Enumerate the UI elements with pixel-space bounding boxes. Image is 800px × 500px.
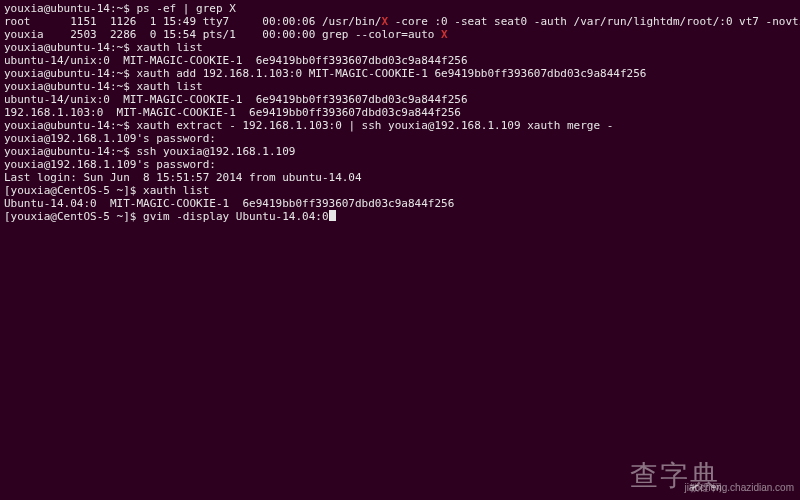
shell-prompt: youxia@ubuntu-14:~$ [4, 67, 136, 80]
terminal-command-line: youxia@ubuntu-14:~$ xauth extract - 192.… [4, 119, 796, 132]
shell-command: xauth list [136, 41, 202, 54]
terminal-command-line: [youxia@CentOS-5 ~]$ gvim -display Ubunt… [4, 210, 796, 223]
shell-command: ps -ef | grep X [136, 2, 235, 15]
terminal-output-line: Last login: Sun Jun 8 15:51:57 2014 from… [4, 171, 796, 184]
shell-command: ssh youxia@192.168.1.109 [136, 145, 295, 158]
terminal-output-line: ubuntu-14/unix:0 MIT-MAGIC-COOKIE-1 6e94… [4, 54, 796, 67]
terminal-command-line: youxia@ubuntu-14:~$ ps -ef | grep X [4, 2, 796, 15]
shell-prompt: youxia@ubuntu-14:~$ [4, 41, 136, 54]
terminal-output-line: youxia@192.168.1.109's password: [4, 158, 796, 171]
terminal-output-line: root 1151 1126 1 15:49 tty7 00:00:06 /us… [4, 15, 796, 28]
grep-highlight: X [441, 28, 448, 41]
shell-prompt: youxia@ubuntu-14:~$ [4, 2, 136, 15]
shell-command: xauth add 192.168.1.103:0 MIT-MAGIC-COOK… [136, 67, 646, 80]
terminal-command-line: youxia@ubuntu-14:~$ xauth add 192.168.1.… [4, 67, 796, 80]
terminal-output-line: Ubuntu-14.04:0 MIT-MAGIC-COOKIE-1 6e9419… [4, 197, 796, 210]
terminal-command-line: youxia@ubuntu-14:~$ ssh youxia@192.168.1… [4, 145, 796, 158]
watermark-url: jiaocheng.chazidian.com [684, 481, 794, 494]
terminal-output-line: ubuntu-14/unix:0 MIT-MAGIC-COOKIE-1 6e94… [4, 93, 796, 106]
shell-command: xauth extract - 192.168.1.103:0 | ssh yo… [136, 119, 613, 132]
cursor-icon [329, 210, 336, 221]
shell-prompt: youxia@ubuntu-14:~$ [4, 119, 136, 132]
terminal-output-line: 192.168.1.103:0 MIT-MAGIC-COOKIE-1 6e941… [4, 106, 796, 119]
shell-prompt: youxia@ubuntu-14:~$ [4, 145, 136, 158]
shell-prompt: [youxia@CentOS-5 ~]$ [4, 210, 143, 223]
shell-command: gvim -display Ubuntu-14.04:0 [143, 210, 328, 223]
terminal-output-line: youxia 2503 2286 0 15:54 pts/1 00:00:00 … [4, 28, 796, 41]
shell-command: xauth list [143, 184, 209, 197]
terminal-command-line: youxia@ubuntu-14:~$ xauth list [4, 80, 796, 93]
shell-prompt: [youxia@CentOS-5 ~]$ [4, 184, 143, 197]
shell-prompt: youxia@ubuntu-14:~$ [4, 80, 136, 93]
terminal-command-line: [youxia@CentOS-5 ~]$ xauth list [4, 184, 796, 197]
terminal-output[interactable]: youxia@ubuntu-14:~$ ps -ef | grep Xroot … [0, 0, 800, 225]
terminal-output-line: youxia@192.168.1.109's password: [4, 132, 796, 145]
terminal-command-line: youxia@ubuntu-14:~$ xauth list [4, 41, 796, 54]
shell-command: xauth list [136, 80, 202, 93]
